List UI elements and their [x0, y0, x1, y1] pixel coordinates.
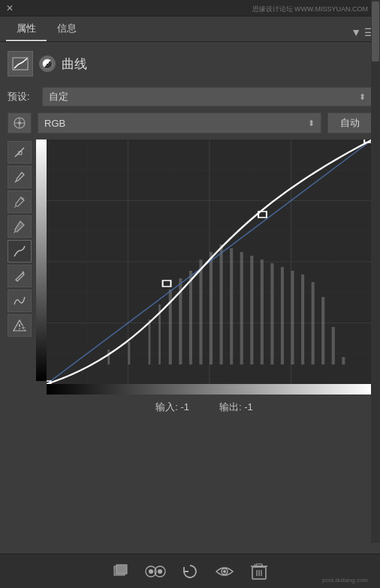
tool-pencil-btn[interactable] [8, 265, 32, 287]
svg-rect-56 [332, 327, 335, 364]
curve-container[interactable] [36, 140, 372, 394]
preset-row: 预设: 自定 ⬍ [8, 87, 372, 106]
channel-select[interactable]: RGB ⬍ [38, 112, 321, 134]
curves-panel: 曲线 预设: 自定 ⬍ RGB ⬍ 自动 [0, 42, 380, 420]
visibility-icon[interactable] [214, 561, 235, 582]
preset-arrow-icon: ⬍ [359, 92, 366, 102]
curve-edit-icon [13, 244, 26, 258]
io-row: 输入: -1 输出: -1 [8, 400, 372, 414]
svg-rect-49 [261, 260, 264, 364]
svg-point-68 [158, 569, 162, 574]
svg-point-15 [19, 328, 20, 330]
gradient-bar-left [36, 140, 47, 381]
eyedropper2-icon [13, 195, 26, 208]
layers-icon[interactable] [110, 561, 131, 582]
history-icon[interactable] [179, 561, 201, 582]
preset-value: 自定 [49, 90, 68, 104]
svg-point-9 [22, 198, 24, 200]
scrollbar[interactable] [371, 0, 380, 543]
eyedropper1-icon [13, 170, 26, 184]
curve-area [8, 140, 372, 394]
svg-rect-46 [230, 248, 233, 364]
tool-curve-btn[interactable] [8, 240, 32, 262]
svg-rect-73 [256, 564, 262, 566]
tool-eyedropper2-btn[interactable] [8, 190, 32, 213]
curves-icon-svg [12, 57, 29, 70]
svg-rect-44 [210, 252, 213, 364]
tool-smooth-btn[interactable] [8, 290, 32, 312]
svg-rect-54 [312, 282, 315, 364]
input-label: 输入: -1 [155, 400, 189, 414]
watermark: 思缘设计论坛 WWW.MISSYUAN.COM [252, 4, 369, 14]
svg-rect-37 [128, 342, 131, 364]
delete-icon[interactable] [249, 561, 270, 582]
svg-point-66 [149, 569, 153, 574]
svg-rect-64 [116, 565, 127, 574]
output-label: 输出: -1 [219, 400, 253, 414]
auto-button[interactable]: 自动 [327, 112, 372, 134]
visibility-svg [215, 564, 234, 579]
svg-rect-51 [281, 267, 284, 364]
panel-arrow-icon[interactable]: ▼ [351, 26, 361, 38]
tab-properties[interactable]: 属性 [6, 17, 47, 41]
eyedropper3-icon [13, 220, 26, 233]
history-svg [181, 562, 199, 580]
svg-point-5 [18, 122, 21, 124]
warning-icon [13, 319, 26, 332]
close-button[interactable]: ✕ [5, 3, 15, 14]
svg-rect-60 [163, 280, 171, 286]
svg-rect-57 [342, 357, 345, 364]
pencil-icon [13, 269, 26, 283]
tool-warning-btn[interactable] [8, 314, 32, 337]
svg-rect-38 [149, 320, 151, 364]
bottom-toolbar: post.duitang.com [0, 554, 380, 588]
svg-rect-52 [291, 271, 294, 364]
tool-point-icon [13, 146, 26, 159]
tool-eyedropper1-btn[interactable] [8, 166, 32, 188]
smooth-icon [13, 294, 26, 308]
svg-rect-43 [199, 260, 202, 364]
channel-row: RGB ⬍ 自动 [8, 112, 372, 134]
svg-rect-53 [301, 274, 304, 364]
eye-circles-svg [145, 564, 166, 579]
curve-wrapper [36, 140, 372, 394]
svg-rect-47 [240, 252, 243, 364]
tool-eyedropper3-btn[interactable] [8, 215, 32, 238]
svg-rect-42 [189, 271, 192, 364]
target-icon-svg [13, 116, 26, 130]
panel-header: 曲线 [8, 48, 372, 80]
preset-label: 预设: [8, 90, 36, 104]
svg-rect-50 [270, 263, 273, 364]
svg-line-7 [15, 181, 17, 182]
svg-line-10 [14, 206, 16, 208]
scrollbar-thumb[interactable] [372, 2, 379, 62]
svg-point-70 [223, 570, 226, 573]
circle-icon [39, 56, 56, 72]
svg-rect-55 [321, 297, 324, 364]
adjustment-layer-icon [8, 51, 33, 76]
tab-bar: 属性 信息 ▼ ☰ [0, 16, 380, 42]
svg-line-11 [14, 232, 15, 233]
preset-select[interactable]: 自定 ⬍ [42, 87, 372, 106]
panel-title: 曲线 [62, 56, 87, 73]
channel-adjust-icon[interactable] [8, 112, 32, 134]
bottom-watermark: post.duitang.com [322, 577, 368, 584]
curve-svg [47, 140, 372, 384]
svg-rect-36 [107, 350, 110, 364]
curve-canvas[interactable] [47, 140, 372, 384]
channel-arrow-icon: ⬍ [308, 118, 315, 128]
svg-rect-45 [220, 244, 223, 364]
svg-rect-48 [250, 256, 253, 364]
trash-svg [251, 562, 267, 580]
title-bar: ✕ 思缘设计论坛 WWW.MISSYUAN.COM [0, 0, 380, 16]
layers-svg [112, 562, 130, 580]
tool-point-btn[interactable] [8, 141, 32, 164]
eye-circles-icon[interactable] [145, 561, 166, 582]
channel-value: RGB [44, 118, 65, 129]
tab-info[interactable]: 信息 [47, 17, 87, 41]
tools-column [8, 140, 32, 394]
gradient-bar-bottom [47, 384, 372, 394]
